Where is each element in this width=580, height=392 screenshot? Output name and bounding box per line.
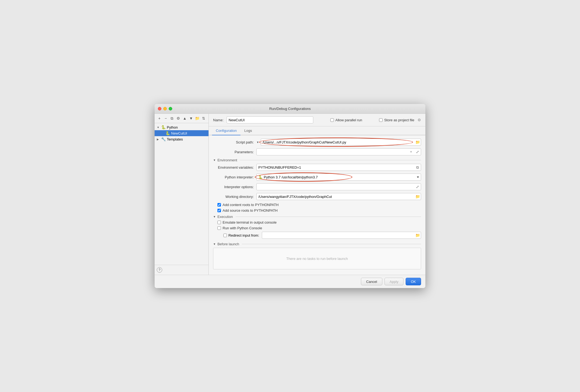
cancel-button[interactable]: Cancel: [361, 278, 382, 285]
config-header: Name: Allow parallel run Store as projec…: [209, 114, 425, 126]
traffic-lights: [158, 107, 172, 110]
environment-divider: [240, 160, 421, 160]
store-project-checkbox[interactable]: [379, 118, 383, 122]
right-panel: Name: Allow parallel run Store as projec…: [209, 114, 425, 275]
script-path-row: Script path: ▼ 📁: [213, 139, 421, 146]
working-dir-input[interactable]: [256, 193, 421, 200]
add-source-roots-label[interactable]: Add source roots to PYTHONPATH: [223, 208, 278, 213]
help-button[interactable]: ?: [157, 267, 162, 273]
allow-parallel-checkbox[interactable]: [330, 118, 334, 122]
title-bar: Run/Debug Configurations: [155, 104, 425, 114]
dialog-footer: Cancel Apply OK: [155, 275, 425, 288]
add-config-button[interactable]: +: [157, 115, 162, 121]
parameters-browse-button[interactable]: ⤢: [415, 149, 421, 155]
apply-button[interactable]: Apply: [385, 278, 404, 285]
copy-config-button[interactable]: ⧉: [170, 115, 175, 121]
main-content: + − ⧉ ⚙ ▲ ▼ 📁 ⇅ ▼ 🐍 Python 🐍: [155, 114, 425, 275]
settings-config-button[interactable]: ⚙: [176, 115, 181, 121]
before-launch-section-header: ▼ Before launch: [213, 242, 421, 246]
execution-divider: [236, 217, 421, 217]
interp-options-label: Interpreter options:: [213, 185, 256, 189]
script-path-dropdown-arrow[interactable]: ▼: [256, 141, 259, 144]
environment-collapse-arrow[interactable]: ▼: [213, 159, 216, 162]
parameters-input[interactable]: [256, 148, 421, 155]
add-content-roots-row: Add content roots to PYTHONPATH: [213, 203, 421, 207]
add-content-roots-checkbox[interactable]: [217, 203, 221, 207]
working-dir-control: 📁: [256, 193, 421, 200]
remove-config-button[interactable]: −: [163, 115, 168, 121]
wrench-icon: 🔧: [161, 137, 166, 141]
chevron-down-icon: ▼: [157, 126, 160, 129]
add-source-roots-checkbox[interactable]: [217, 209, 221, 212]
sidebar-item-newcutui[interactable]: 🐍 NewCutUI: [155, 130, 208, 136]
python-interp-value: Python 3.7 /usr/local/bin/python3.7: [264, 175, 318, 179]
parameters-expand-button[interactable]: +: [408, 149, 414, 155]
sidebar-item-templates[interactable]: ▶ 🔧 Templates: [155, 136, 208, 142]
store-project-label[interactable]: Store as project file: [384, 118, 414, 122]
emulate-terminal-row: Emulate terminal in output console: [213, 220, 421, 224]
interp-options-row: Interpreter options: ⤢: [213, 183, 421, 190]
python-icon: 🐍: [161, 125, 166, 129]
allow-parallel-label[interactable]: Allow parallel run: [335, 118, 362, 122]
redirect-input-field[interactable]: [262, 232, 421, 239]
emulate-terminal-label[interactable]: Emulate terminal in output console: [223, 220, 276, 224]
close-button[interactable]: [158, 107, 161, 110]
tabs-bar: Configuration Logs: [209, 126, 425, 135]
minimize-button[interactable]: [163, 107, 167, 110]
sidebar-tree: ▼ 🐍 Python 🐍 NewCutUI ▶ 🔧 Templates: [155, 123, 208, 265]
python-file-icon: 🐍: [165, 131, 170, 135]
redirect-input-browse-button[interactable]: 📁: [415, 232, 421, 238]
before-launch-collapse-arrow[interactable]: ▼: [213, 243, 216, 246]
working-dir-label: Working directory:: [213, 195, 256, 199]
env-variables-row: Environment variables: ⧉: [213, 164, 421, 171]
python-interp-row: Python interpreter: 🐍 Python 3.7 /usr/lo…: [213, 174, 421, 181]
script-path-label: Script path:: [213, 140, 256, 144]
sidebar-toolbar: + − ⧉ ⚙ ▲ ▼ 📁 ⇅: [155, 114, 208, 123]
working-dir-browse-button[interactable]: 📁: [415, 194, 421, 200]
name-input[interactable]: [227, 116, 313, 123]
chevron-right-icon: ▶: [157, 138, 160, 141]
parameters-label: Parameters:: [213, 150, 256, 154]
parameters-control: + ⤢: [256, 148, 421, 155]
interp-options-expand-button[interactable]: ⤢: [415, 184, 421, 190]
sidebar-bottom: ?: [155, 265, 208, 275]
tab-logs[interactable]: Logs: [240, 126, 256, 135]
before-launch-divider: [242, 244, 421, 244]
env-variables-copy-button[interactable]: ⧉: [415, 164, 421, 170]
gear-icon[interactable]: ⚙: [418, 118, 421, 122]
add-content-roots-label[interactable]: Add content roots to PYTHONPATH: [223, 203, 279, 207]
interp-options-input[interactable]: [256, 183, 421, 190]
python-interp-wrap: 🐍 Python 3.7 /usr/local/bin/python3.7 ▼: [256, 174, 421, 181]
python-icon-small: 🐍: [258, 175, 263, 179]
before-launch-box: There are no tasks to run before launch: [213, 248, 421, 269]
emulate-terminal-checkbox[interactable]: [217, 221, 221, 224]
run-python-console-checkbox[interactable]: [217, 226, 221, 230]
sidebar-item-python[interactable]: ▼ 🐍 Python: [155, 124, 208, 130]
sidebar: + − ⧉ ⚙ ▲ ▼ 📁 ⇅ ▼ 🐍 Python 🐍: [155, 114, 209, 275]
maximize-button[interactable]: [169, 107, 172, 110]
redirect-input-checkbox[interactable]: [223, 234, 227, 237]
folder-button[interactable]: 📁: [195, 115, 200, 121]
move-down-button[interactable]: ▼: [188, 115, 194, 121]
parameters-row: Parameters: + ⤢: [213, 148, 421, 155]
env-variables-input[interactable]: [256, 164, 421, 171]
redirect-input-label[interactable]: Redirect input from:: [229, 233, 259, 237]
env-variables-label: Environment variables:: [213, 165, 256, 169]
python-interp-label: Python interpreter:: [213, 175, 256, 179]
ok-button[interactable]: OK: [406, 278, 421, 285]
name-label: Name:: [213, 118, 223, 122]
script-path-input[interactable]: [261, 139, 421, 146]
allow-parallel-group: Allow parallel run: [330, 118, 362, 122]
execution-collapse-arrow[interactable]: ▼: [213, 215, 216, 218]
script-path-browse-button[interactable]: 📁: [415, 139, 421, 145]
run-python-console-label[interactable]: Run with Python Console: [223, 226, 262, 230]
execution-section-label: Execution: [217, 215, 233, 219]
no-tasks-text: There are no tasks to run before launch: [286, 257, 348, 261]
run-python-console-row: Run with Python Console: [213, 226, 421, 230]
redirect-input-control: 📁: [262, 232, 421, 239]
environment-section-header: ▼ Environment: [213, 158, 421, 162]
sort-button[interactable]: ⇅: [201, 115, 206, 121]
move-up-button[interactable]: ▲: [182, 115, 187, 121]
tab-configuration[interactable]: Configuration: [212, 126, 240, 135]
env-variables-control: ⧉: [256, 164, 421, 171]
